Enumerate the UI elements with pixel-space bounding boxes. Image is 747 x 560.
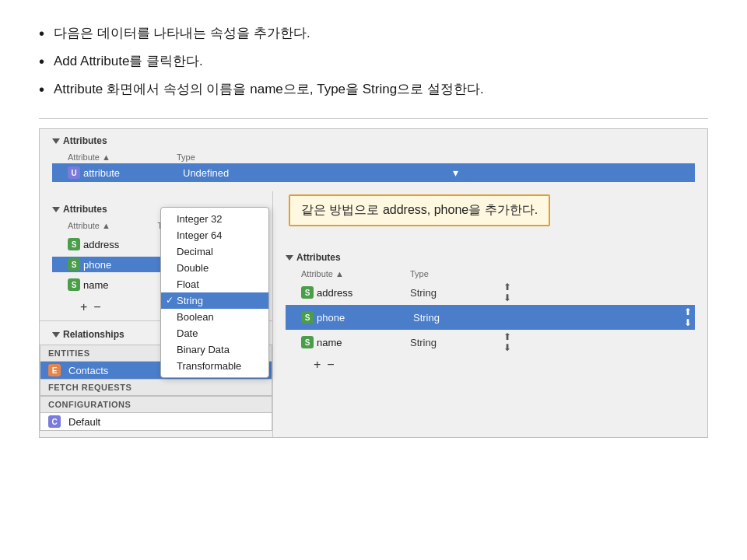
dropdown-item-boolean[interactable]: Boolean — [161, 309, 268, 325]
right-table-header: Attribute ▲ Type — [301, 268, 695, 280]
right-remove-attribute-button[interactable]: − — [327, 358, 334, 372]
checkmark-icon: ✓ — [166, 295, 174, 306]
top-attributes-panel: Attributes Attribute ▲ Type U attribute … — [40, 129, 707, 191]
badge-c-default: C — [48, 415, 61, 428]
configurations-header: CONFIGURATIONS — [40, 396, 272, 413]
tooltip-box: 같은 방법으로 address, phone을 추가한다. — [289, 194, 550, 226]
bottom-section: Attributes Attribute ▲ Type S address St… — [40, 191, 707, 437]
badge-e-contacts: E — [48, 364, 61, 376]
badge-s-address: S — [68, 238, 80, 250]
right-badge-s-phone: S — [301, 311, 314, 324]
type-dropdown-menu[interactable]: Integer 32 Integer 64 Decimal Double Flo… — [160, 207, 269, 378]
dropdown-item-date[interactable]: Date — [161, 325, 268, 341]
right-panel-header: Attributes — [286, 252, 695, 263]
section-divider — [39, 118, 708, 119]
instruction-list: 다음은 데이터를 나타내는 속성을 추가한다. Add Attribute를 클… — [39, 23, 708, 100]
right-panel: 같은 방법으로 address, phone을 추가한다. Attributes… — [273, 191, 707, 437]
dropdown-item-string[interactable]: ✓ String — [161, 292, 268, 309]
config-default-row[interactable]: C Default — [40, 413, 272, 430]
right-badge-s-address: S — [301, 286, 314, 299]
right-attributes-panel: Attributes Attribute ▲ Type S address St… — [273, 246, 707, 375]
badge-s-name: S — [68, 278, 80, 291]
dropdown-item-float[interactable]: Float — [161, 276, 268, 292]
dropdown-item-double[interactable]: Double — [161, 260, 268, 276]
right-table-row-address[interactable]: S address String ⬆⬇ — [301, 280, 695, 305]
collapse-triangle-icon-2 — [52, 207, 60, 212]
top-panel-header: Attributes — [52, 135, 695, 146]
right-type-stepper-address[interactable]: ⬆⬇ — [503, 282, 511, 303]
bullet-3: Attribute 화면에서 속성의 이름을 name으로, Type을 Str… — [39, 79, 708, 100]
dropdown-item-binarydata[interactable]: Binary Data — [161, 341, 268, 358]
top-table-header: Attribute ▲ Type — [68, 151, 695, 163]
dropdown-item-integer64[interactable]: Integer 64 — [161, 227, 268, 243]
right-type-stepper-name[interactable]: ⬆⬇ — [503, 331, 511, 353]
collapse-triangle-icon-4 — [286, 255, 293, 261]
page-content: 다음은 데이터를 나타내는 속성을 추가한다. Add Attribute를 클… — [0, 0, 747, 461]
screenshot-area: Attributes Attribute ▲ Type U attribute … — [39, 128, 708, 438]
type-dropdown[interactable]: Undefined ▾ — [177, 165, 465, 180]
collapse-triangle-icon-3 — [52, 332, 60, 338]
dropdown-item-decimal[interactable]: Decimal — [161, 243, 268, 260]
bullet-1: 다음은 데이터를 나타내는 속성을 추가한다. — [39, 23, 708, 44]
right-table-row-phone[interactable]: S phone String ⬆⬇ — [286, 305, 695, 330]
badge-u: U — [68, 166, 80, 179]
right-badge-s-name: S — [301, 336, 314, 348]
add-remove-row-right: + − — [286, 355, 695, 375]
badge-s-phone: S — [68, 258, 80, 271]
top-attribute-row[interactable]: U attribute Undefined ▾ — [52, 163, 695, 182]
right-add-attribute-button[interactable]: + — [314, 358, 321, 372]
attribute-name: attribute — [83, 167, 177, 179]
dropdown-item-transformable[interactable]: Transformable — [161, 358, 268, 374]
add-attribute-button[interactable]: + — [80, 300, 87, 314]
bullet-2: Add Attribute를 클릭한다. — [39, 51, 708, 72]
dropdown-item-integer32[interactable]: Integer 32 — [161, 211, 268, 227]
dropdown-arrow-icon: ▾ — [453, 166, 458, 179]
right-type-stepper-phone[interactable]: ⬆⬇ — [684, 306, 692, 328]
collapse-triangle-icon — [52, 138, 60, 144]
right-table-row-name[interactable]: S name String ⬆⬇ — [301, 330, 695, 355]
fetch-requests-header: FETCH REQUESTS — [40, 379, 272, 396]
remove-attribute-button[interactable]: − — [93, 300, 100, 314]
